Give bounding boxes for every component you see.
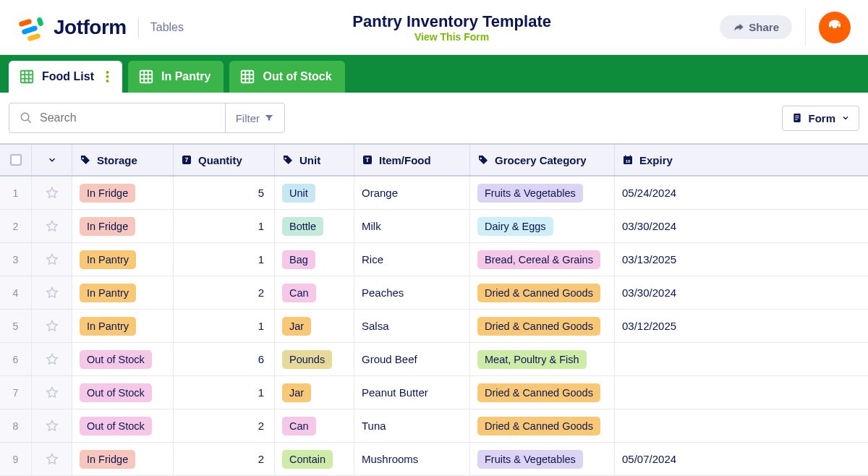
row-star[interactable] <box>32 409 72 442</box>
cell-storage[interactable]: In Pantry <box>72 243 174 276</box>
cell-item[interactable]: Peaches <box>354 276 470 309</box>
cell-category[interactable]: Dried & Canned Goods <box>470 409 615 442</box>
star-icon[interactable] <box>45 452 59 467</box>
cell-unit[interactable]: Bottle <box>275 210 354 242</box>
star-icon[interactable] <box>45 319 59 333</box>
cell-expiry[interactable] <box>615 343 760 375</box>
table-row[interactable]: 8Out of Stock2CanTunaDried & Canned Good… <box>0 409 868 443</box>
row-star[interactable] <box>32 276 72 309</box>
col-unit[interactable]: Unit <box>275 145 354 175</box>
cell-quantity[interactable]: 1 <box>174 243 275 276</box>
form-dropdown-button[interactable]: Form <box>782 106 860 131</box>
cell-quantity[interactable]: 2 <box>174 276 275 309</box>
cell-quantity[interactable]: 1 <box>174 376 275 409</box>
cell-storage[interactable]: Out of Stock <box>72 343 174 375</box>
filter-button[interactable]: Filter <box>226 103 284 132</box>
cell-storage[interactable]: In Fridge <box>72 443 174 475</box>
cell-category[interactable]: Bread, Cereal & Grains <box>470 243 615 276</box>
cell-expiry[interactable]: 05/24/2024 <box>615 177 760 209</box>
cell-item[interactable]: Rice <box>354 243 470 276</box>
share-button[interactable]: Share <box>720 15 792 39</box>
cell-category[interactable]: Meat, Poultry & Fish <box>470 343 615 375</box>
row-star[interactable] <box>32 443 72 475</box>
header-checkbox-cell[interactable] <box>0 145 32 175</box>
cell-unit[interactable]: Pounds <box>275 343 354 375</box>
cell-unit[interactable]: Jar <box>275 376 354 409</box>
cell-quantity[interactable]: 1 <box>174 310 275 342</box>
star-icon[interactable] <box>45 286 59 300</box>
cell-unit[interactable]: Jar <box>275 310 354 342</box>
table-row[interactable]: 7Out of Stock1JarPeanut ButterDried & Ca… <box>0 376 868 409</box>
cell-expiry[interactable] <box>615 409 760 442</box>
cell-storage[interactable]: In Fridge <box>72 210 174 242</box>
star-icon[interactable] <box>45 186 59 200</box>
tab-food-list[interactable]: Food List <box>9 61 122 93</box>
table-row[interactable]: 4In Pantry2CanPeachesDried & Canned Good… <box>0 276 868 310</box>
cell-quantity[interactable]: 2 <box>174 443 275 475</box>
tab-out-of-stock[interactable]: Out of Stock <box>229 61 344 93</box>
col-quantity[interactable]: 7 Quantity <box>174 145 275 175</box>
row-star[interactable] <box>32 343 72 375</box>
col-item[interactable]: T Item/Food <box>354 145 470 175</box>
cell-storage[interactable]: In Pantry <box>72 310 174 342</box>
col-category[interactable]: Grocery Category <box>470 145 615 175</box>
tab-in-pantry[interactable]: In Pantry <box>128 61 224 93</box>
cell-quantity[interactable]: 6 <box>174 343 275 375</box>
cell-storage[interactable]: In Fridge <box>72 177 174 209</box>
cell-item[interactable]: Orange <box>354 177 470 209</box>
checkbox-icon[interactable] <box>10 154 22 166</box>
cell-item[interactable]: Salsa <box>354 310 470 342</box>
table-row[interactable]: 6Out of Stock6PoundsGroud BeefMeat, Poul… <box>0 343 868 376</box>
view-form-link[interactable]: View This Form <box>414 31 489 43</box>
cell-quantity[interactable]: 2 <box>174 409 275 442</box>
cell-expiry[interactable]: 03/30/2024 <box>615 276 760 309</box>
row-star[interactable] <box>32 376 72 409</box>
col-expiry[interactable]: 10 Expiry <box>615 145 760 175</box>
star-icon[interactable] <box>45 219 59 234</box>
cell-category[interactable]: Fruits & Vegetables <box>470 177 615 209</box>
table-row[interactable]: 9In Fridge2ContainMushroomsFruits & Vege… <box>0 443 868 476</box>
star-icon[interactable] <box>45 419 59 433</box>
table-row[interactable]: 2In Fridge1BottleMilkDairy & Eggs03/30/2… <box>0 210 868 243</box>
cell-category[interactable]: Dried & Canned Goods <box>470 276 615 309</box>
cell-unit[interactable]: Contain <box>275 443 354 475</box>
cell-category[interactable]: Fruits & Vegetables <box>470 443 615 475</box>
logo-block[interactable]: Jotform <box>17 13 127 42</box>
star-icon[interactable] <box>45 386 59 400</box>
star-icon[interactable] <box>45 352 59 367</box>
table-row[interactable]: 1In Fridge5UnitOrangeFruits & Vegetables… <box>0 177 868 210</box>
cell-storage[interactable]: Out of Stock <box>72 376 174 409</box>
tab-menu-icon[interactable] <box>106 70 109 83</box>
cell-unit[interactable]: Bag <box>275 243 354 276</box>
cell-expiry[interactable] <box>615 376 760 409</box>
cell-item[interactable]: Peanut Butter <box>354 376 470 409</box>
cell-item[interactable]: Tuna <box>354 409 470 442</box>
search-box[interactable] <box>9 103 226 132</box>
cell-storage[interactable]: In Pantry <box>72 276 174 309</box>
cell-storage[interactable]: Out of Stock <box>72 409 174 442</box>
cell-expiry[interactable]: 03/13/2025 <box>615 243 760 276</box>
cell-quantity[interactable]: 1 <box>174 210 275 242</box>
cell-unit[interactable]: Unit <box>275 177 354 209</box>
cell-expiry[interactable]: 05/07/2024 <box>615 443 760 475</box>
search-input[interactable] <box>40 111 215 124</box>
cell-expiry[interactable]: 03/12/2025 <box>615 310 760 342</box>
star-icon[interactable] <box>45 252 59 267</box>
product-label[interactable]: Tables <box>150 21 184 34</box>
row-star[interactable] <box>32 310 72 342</box>
cell-item[interactable]: Mushrooms <box>354 443 470 475</box>
cell-unit[interactable]: Can <box>275 276 354 309</box>
row-star[interactable] <box>32 177 72 209</box>
cell-expiry[interactable]: 03/30/2024 <box>615 210 760 242</box>
cell-quantity[interactable]: 5 <box>174 177 275 209</box>
header-expand-cell[interactable] <box>32 145 72 175</box>
row-star[interactable] <box>32 243 72 276</box>
cell-item[interactable]: Groud Beef <box>354 343 470 375</box>
table-row[interactable]: 5In Pantry1JarSalsaDried & Canned Goods0… <box>0 310 868 343</box>
cell-unit[interactable]: Can <box>275 409 354 442</box>
avatar[interactable] <box>819 12 851 43</box>
cell-category[interactable]: Dried & Canned Goods <box>470 310 615 342</box>
cell-category[interactable]: Dairy & Eggs <box>470 210 615 242</box>
cell-category[interactable]: Dried & Canned Goods <box>470 376 615 409</box>
page-title[interactable]: Pantry Inventory Template <box>352 12 551 31</box>
